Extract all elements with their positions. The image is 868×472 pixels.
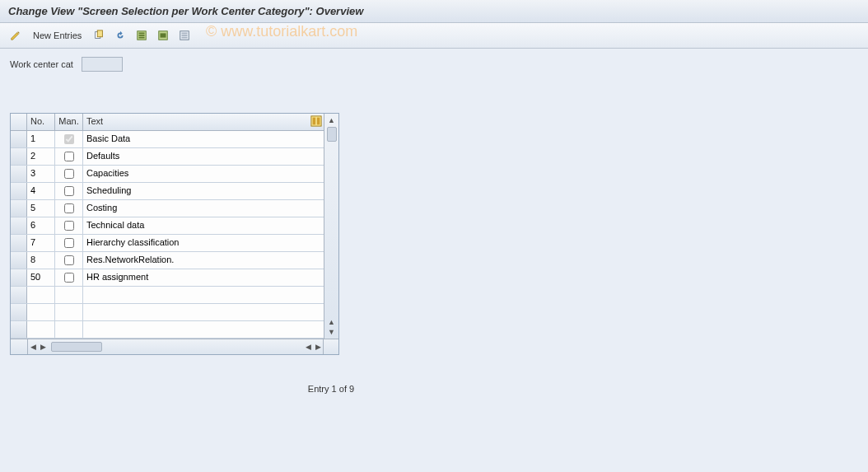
toggle-change-button[interactable] bbox=[7, 28, 25, 43]
cell-text[interactable] bbox=[83, 287, 324, 303]
grid-header-man[interactable]: Man. bbox=[55, 114, 83, 130]
cell-text[interactable] bbox=[83, 321, 324, 338]
cell-man bbox=[55, 304, 83, 320]
copy-icon bbox=[93, 30, 105, 41]
mandatory-checkbox[interactable] bbox=[64, 203, 74, 213]
row-selector[interactable] bbox=[11, 131, 27, 147]
table-row: 6Technical data bbox=[11, 217, 324, 235]
undo-icon bbox=[114, 30, 126, 41]
table-row: 2Defaults bbox=[11, 148, 324, 166]
horizontal-scrollbar[interactable]: ◀ ▶ ◀ ▶ bbox=[11, 339, 338, 354]
row-selector[interactable] bbox=[11, 183, 27, 199]
vertical-scrollbar[interactable]: ▲ ▲ ▼ bbox=[324, 114, 338, 339]
svg-rect-4 bbox=[139, 35, 145, 36]
grid-header-selector[interactable] bbox=[11, 114, 27, 130]
row-selector[interactable] bbox=[11, 269, 27, 286]
scroll-right-inner-icon[interactable]: ▶ bbox=[38, 342, 48, 352]
mandatory-checkbox[interactable] bbox=[64, 273, 74, 283]
deselect-all-icon bbox=[179, 30, 190, 41]
work-center-cat-input[interactable] bbox=[82, 57, 123, 72]
page-title: Change View "Screen Selection per Work C… bbox=[0, 0, 868, 23]
entry-status: Entry 1 of 9 bbox=[10, 384, 652, 394]
cell-text[interactable]: Basic Data bbox=[83, 131, 324, 147]
row-selector[interactable] bbox=[11, 287, 27, 303]
cell-no[interactable] bbox=[27, 304, 55, 320]
scroll-thumb[interactable] bbox=[327, 127, 337, 142]
work-center-cat-label: Work center cat bbox=[10, 59, 73, 69]
cell-no[interactable]: 5 bbox=[27, 200, 55, 217]
cell-no[interactable]: 3 bbox=[27, 166, 55, 182]
cell-man bbox=[55, 131, 83, 147]
svg-rect-9 bbox=[182, 33, 188, 35]
undo-button[interactable] bbox=[111, 28, 129, 43]
hscroll-thumb[interactable] bbox=[51, 342, 102, 352]
scroll-down-icon[interactable]: ▼ bbox=[327, 327, 337, 337]
row-selector[interactable] bbox=[11, 252, 27, 269]
mandatory-checkbox[interactable] bbox=[64, 169, 74, 179]
select-block-icon bbox=[157, 30, 169, 41]
svg-rect-5 bbox=[139, 37, 145, 39]
table-settings-button[interactable] bbox=[310, 115, 322, 127]
row-selector[interactable] bbox=[11, 304, 27, 320]
cell-man bbox=[55, 183, 83, 199]
work-center-cat-field-row: Work center cat bbox=[10, 57, 858, 72]
screen-selection-grid: No. Man. Text 1Basic Data2Defaul bbox=[10, 113, 339, 355]
cell-no[interactable]: 7 bbox=[27, 235, 55, 251]
mandatory-checkbox[interactable] bbox=[64, 238, 74, 248]
mandatory-checkbox[interactable] bbox=[64, 221, 74, 231]
cell-text[interactable] bbox=[83, 304, 324, 320]
cell-man bbox=[55, 269, 83, 286]
mandatory-checkbox[interactable] bbox=[64, 152, 74, 161]
scroll-left-icon[interactable]: ◀ bbox=[28, 342, 38, 352]
select-all-button[interactable] bbox=[133, 28, 151, 43]
pencil-glasses-icon bbox=[10, 30, 21, 41]
cell-text[interactable]: Technical data bbox=[83, 217, 324, 234]
cell-text[interactable]: Costing bbox=[83, 200, 324, 217]
scroll-up2-icon[interactable]: ▲ bbox=[327, 317, 337, 327]
scroll-left2-icon[interactable]: ◀ bbox=[303, 342, 313, 352]
row-selector[interactable] bbox=[11, 200, 27, 217]
row-selector[interactable] bbox=[11, 148, 27, 165]
cell-no[interactable]: 6 bbox=[27, 217, 55, 234]
table-row: 8Res.NetworkRelation. bbox=[11, 252, 324, 269]
row-selector[interactable] bbox=[11, 321, 27, 338]
cell-man bbox=[55, 200, 83, 217]
cell-text[interactable]: HR assignment bbox=[83, 269, 324, 286]
table-row bbox=[11, 304, 324, 321]
copy-as-button[interactable] bbox=[90, 28, 108, 43]
scroll-up-icon[interactable]: ▲ bbox=[327, 115, 337, 125]
new-entries-button[interactable]: New Entries bbox=[28, 29, 86, 42]
table-settings-icon bbox=[310, 115, 322, 127]
cell-text[interactable]: Capacities bbox=[83, 166, 324, 182]
deselect-all-button[interactable] bbox=[175, 28, 194, 43]
row-selector[interactable] bbox=[11, 217, 27, 234]
grid-header: No. Man. Text bbox=[11, 114, 324, 131]
cell-no[interactable]: 1 bbox=[27, 131, 55, 147]
cell-text[interactable]: Res.NetworkRelation. bbox=[83, 252, 324, 269]
row-selector[interactable] bbox=[11, 235, 27, 251]
cell-text[interactable]: Defaults bbox=[83, 148, 324, 165]
cell-no[interactable] bbox=[27, 321, 55, 338]
cell-text[interactable]: Hierarchy classification bbox=[83, 235, 324, 251]
cell-no[interactable] bbox=[27, 287, 55, 303]
mandatory-checkbox[interactable] bbox=[64, 186, 74, 196]
table-row: 4Scheduling bbox=[11, 183, 324, 200]
cell-no[interactable]: 8 bbox=[27, 252, 55, 269]
watermark: © www.tutorialkart.com bbox=[206, 23, 357, 40]
table-row bbox=[11, 321, 324, 339]
select-block-button[interactable] bbox=[154, 28, 172, 43]
grid-header-no[interactable]: No. bbox=[27, 114, 55, 130]
cell-man bbox=[55, 235, 83, 251]
row-selector[interactable] bbox=[11, 166, 27, 182]
scroll-right-icon[interactable]: ▶ bbox=[313, 342, 323, 352]
mandatory-checkbox[interactable] bbox=[64, 255, 74, 265]
hscroll-track[interactable] bbox=[48, 342, 303, 352]
grid-header-text[interactable]: Text bbox=[83, 114, 324, 130]
table-row: 3Capacities bbox=[11, 166, 324, 183]
cell-no[interactable]: 50 bbox=[27, 269, 55, 286]
cell-man bbox=[55, 217, 83, 234]
cell-no[interactable]: 4 bbox=[27, 183, 55, 199]
grid-header-text-label: Text bbox=[86, 116, 103, 126]
cell-text[interactable]: Scheduling bbox=[83, 183, 324, 199]
cell-no[interactable]: 2 bbox=[27, 148, 55, 165]
